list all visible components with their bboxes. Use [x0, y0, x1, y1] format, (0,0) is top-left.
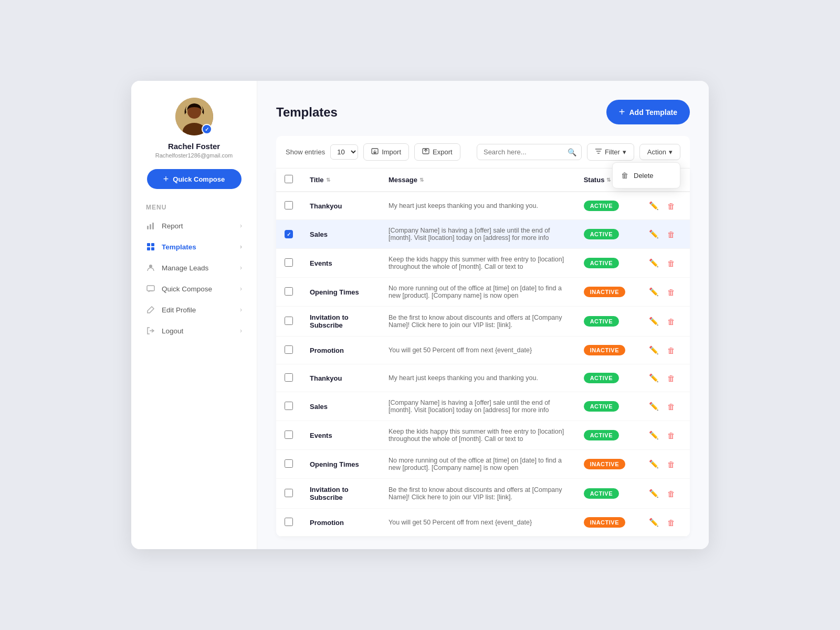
row-checkbox-8[interactable]: [285, 430, 293, 439]
edit-button[interactable]: ✏️: [647, 457, 661, 471]
svg-point-10: [149, 265, 152, 268]
sidebar-item-logout[interactable]: Logout ›: [131, 320, 257, 341]
trash-icon: 🗑: [667, 259, 675, 268]
row-checkbox-cell: [276, 450, 301, 479]
row-checkbox-cell: [276, 364, 301, 392]
search-input[interactable]: [477, 144, 582, 160]
trash-icon: 🗑: [667, 460, 675, 469]
pencil-icon: ✏️: [649, 345, 659, 355]
status-badge: INACTIVE: [584, 517, 625, 528]
status-badge: ACTIVE: [584, 316, 619, 327]
sidebar-item-manage-leads[interactable]: Manage Leads ›: [131, 257, 257, 278]
delete-button[interactable]: 🗑: [665, 372, 677, 385]
row-checkbox-11[interactable]: [285, 518, 293, 526]
table-row: Invitation to Subscribe Be the first to …: [276, 479, 690, 509]
table-row: Promotion You will get 50 Percent off fr…: [276, 337, 690, 364]
row-checkbox-cell: [276, 192, 301, 220]
delete-button[interactable]: 🗑: [665, 344, 677, 357]
trash-icon: 🗑: [621, 171, 628, 180]
row-status: ACTIVE: [575, 249, 638, 278]
svg-rect-5: [152, 223, 154, 229]
row-checkbox-0[interactable]: [285, 201, 293, 209]
entries-select[interactable]: 10 25 50: [330, 144, 358, 160]
status-badge: ACTIVE: [584, 229, 619, 239]
table-row: Invitation to Subscribe Be the first to …: [276, 307, 690, 337]
action-button[interactable]: Action ▾: [639, 144, 680, 160]
edit-button[interactable]: ✏️: [647, 487, 661, 500]
row-checkbox-cell: [276, 249, 301, 278]
row-title: Events: [301, 249, 380, 278]
row-message: My heart just keeps thanking you and tha…: [380, 192, 575, 220]
trash-icon: 🗑: [667, 288, 675, 297]
pencil-icon: ✏️: [649, 430, 659, 440]
delete-button[interactable]: 🗑: [665, 487, 677, 500]
status-badge: ACTIVE: [584, 258, 619, 268]
row-checkbox-6[interactable]: [285, 373, 293, 382]
row-status: ACTIVE: [575, 307, 638, 337]
row-checkbox-cell: [276, 392, 301, 421]
delete-button[interactable]: 🗑: [665, 516, 677, 529]
edit-button[interactable]: ✏️: [647, 256, 661, 270]
svg-rect-4: [150, 224, 151, 229]
user-email: Rachelfoster1286@gmail.com: [155, 152, 233, 159]
delete-button[interactable]: 🗑: [665, 400, 677, 413]
delete-button[interactable]: 🗑: [665, 286, 677, 299]
message-sort-icon[interactable]: ⇅: [419, 177, 424, 183]
row-message: You will get 50 Percent off from next {e…: [380, 337, 575, 364]
quick-compose-button[interactable]: + Quick Compose: [147, 169, 242, 189]
sidebar-item-quick-compose[interactable]: Quick Compose ›: [131, 278, 257, 299]
edit-button[interactable]: ✏️: [647, 516, 661, 529]
title-sort-icon[interactable]: ⇅: [326, 177, 330, 183]
edit-button[interactable]: ✏️: [647, 371, 661, 385]
row-checkbox-4[interactable]: [285, 317, 293, 325]
menu-label: Menu: [131, 204, 166, 211]
edit-button[interactable]: ✏️: [647, 314, 661, 328]
delete-button[interactable]: 🗑: [665, 200, 677, 213]
select-all-checkbox[interactable]: [285, 175, 293, 183]
row-checkbox-5[interactable]: [285, 345, 293, 354]
row-checkbox-cell: [276, 421, 301, 450]
delete-button[interactable]: 🗑: [665, 257, 677, 270]
row-checkbox-2[interactable]: [285, 258, 293, 267]
row-action-cell: ✏️ 🗑: [638, 192, 690, 220]
bar-chart-icon: [146, 221, 155, 230]
table-container: Title ⇅ Message ⇅ Status: [276, 169, 690, 537]
row-title: Thankyou: [301, 192, 380, 220]
delete-button[interactable]: 🗑: [665, 429, 677, 442]
edit-button[interactable]: ✏️: [647, 227, 661, 241]
import-button[interactable]: Import: [363, 143, 409, 161]
delete-button[interactable]: 🗑: [665, 228, 677, 241]
row-title: Events: [301, 421, 380, 450]
delete-button[interactable]: 🗑: [665, 315, 677, 328]
filter-chevron-icon: ▾: [623, 148, 626, 156]
row-checkbox-1[interactable]: [285, 230, 293, 238]
table-body: Thankyou My heart just keeps thanking yo…: [276, 192, 690, 537]
edit-button[interactable]: ✏️: [647, 199, 661, 213]
user-name: Rachel Foster: [168, 142, 220, 151]
sidebar-item-report[interactable]: Report ›: [131, 215, 257, 236]
edit-button[interactable]: ✏️: [647, 428, 661, 442]
row-checkbox-3[interactable]: [285, 287, 293, 296]
search-icon: 🔍: [568, 148, 576, 156]
add-template-button[interactable]: + Add Template: [606, 100, 690, 124]
filter-button[interactable]: Filter ▾: [587, 143, 634, 161]
edit-button[interactable]: ✏️: [647, 343, 661, 357]
row-checkbox-9[interactable]: [285, 459, 293, 468]
status-sort-icon[interactable]: ⇅: [606, 177, 611, 183]
search-wrap: 🔍: [477, 144, 582, 160]
status-badge: ACTIVE: [584, 201, 619, 211]
edit-button[interactable]: ✏️: [647, 400, 661, 413]
avatar-badge: ✓: [202, 124, 212, 134]
row-status: ACTIVE: [575, 421, 638, 450]
export-button[interactable]: Export: [414, 143, 460, 161]
edit-button[interactable]: ✏️: [647, 285, 661, 299]
sidebar-item-edit-profile[interactable]: Edit Profile ›: [131, 299, 257, 320]
svg-rect-3: [147, 226, 149, 229]
delete-button[interactable]: 🗑: [665, 458, 677, 471]
delete-action-item[interactable]: 🗑 Delete: [613, 166, 680, 185]
pencil-icon: ✏️: [649, 258, 659, 268]
table-row: Opening Times No more running out of the…: [276, 278, 690, 307]
row-checkbox-7[interactable]: [285, 402, 293, 410]
sidebar-item-templates[interactable]: Templates ›: [131, 236, 257, 257]
row-checkbox-10[interactable]: [285, 489, 293, 497]
